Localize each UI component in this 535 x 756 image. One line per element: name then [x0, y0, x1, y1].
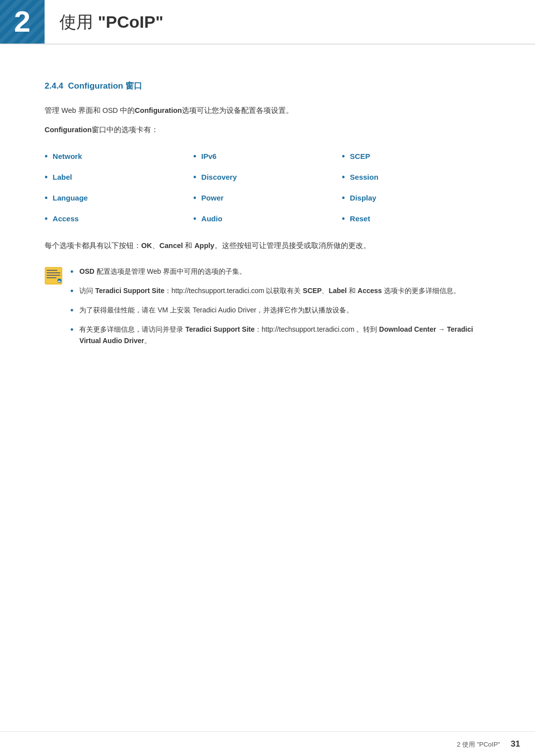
bullet-audio: •	[193, 214, 196, 223]
button-sep2: 和	[183, 242, 194, 250]
intro-line2-bold: Configuration	[45, 126, 92, 134]
chapter-number-block: 2	[0, 0, 45, 44]
note-icon: ✏	[45, 267, 62, 285]
note-section: ✏ • OSD 配置选项是管理 Web 界面中可用的选项的子集。 • 访问 Te…	[45, 266, 490, 347]
footer-label-text: 2 使用 "PCoIP"	[457, 741, 500, 748]
option-power-label: Power	[201, 192, 223, 204]
svg-rect-3	[47, 275, 60, 276]
option-access-label: Access	[53, 213, 79, 225]
option-scep: • SCEP	[342, 151, 490, 162]
options-col3: • SCEP • Session • Display • Reset	[342, 151, 490, 225]
button-info-suffix: 。这些按钮可让管理员接受或取消所做的更改。	[214, 242, 371, 250]
note4-bold1: Teradici Support Site	[185, 325, 255, 333]
note-bullet-3: •	[70, 306, 73, 316]
chapter-title: 使用 "PCoIP"	[59, 8, 163, 35]
note-bullet-2: •	[70, 287, 73, 297]
option-session: • Session	[342, 171, 490, 183]
footer-page-number: 31	[511, 739, 520, 749]
bullet-discovery: •	[193, 173, 196, 182]
options-col1: • Network • Label • Language • Access	[45, 151, 193, 225]
option-label: • Label	[45, 171, 193, 183]
page: 2 使用 "PCoIP" 2.4.4 Configuration 窗口 管理 W…	[0, 0, 535, 756]
options-col2: • IPv6 • Discovery • Power • Audio	[193, 151, 342, 225]
intro-line1-bold: Configuration	[135, 106, 182, 114]
intro-line2-suffix: 窗口中的选项卡有：	[92, 126, 159, 134]
option-display-label: Display	[350, 192, 376, 204]
intro-line1-prefix: 管理 Web 界面和 OSD 中的	[45, 106, 135, 114]
chapter-header: 2 使用 "PCoIP"	[0, 0, 535, 45]
options-grid: • Network • Label • Language • Access	[45, 151, 490, 225]
button-cancel: Cancel	[160, 242, 183, 250]
intro-line2: Configuration窗口中的选项卡有：	[45, 124, 490, 136]
footer-label: 2 使用 "PCoIP" 31	[457, 737, 520, 751]
option-language: • Language	[45, 192, 193, 204]
bullet-ipv6: •	[193, 152, 196, 161]
bullet-scep: •	[342, 152, 345, 161]
option-display: • Display	[342, 192, 490, 204]
content-area: 2.4.4 Configuration 窗口 管理 Web 界面和 OSD 中的…	[0, 45, 535, 387]
option-audio: • Audio	[193, 213, 342, 225]
chapter-title-brand: "PCoIP"	[98, 12, 163, 31]
button-info-prefix: 每个选项卡都具有以下按钮：	[45, 242, 141, 250]
note-text-3: 为了获得最佳性能，请在 VM 上安装 Teradici Audio Driver…	[79, 304, 490, 316]
option-reset-label: Reset	[350, 213, 370, 225]
option-discovery-label: Discovery	[201, 171, 237, 183]
svg-rect-1	[47, 270, 57, 271]
chapter-title-prefix: 使用	[59, 12, 98, 31]
chapter-number: 2	[14, 0, 30, 46]
bullet-reset: •	[342, 214, 345, 223]
section-number: 2.4.4	[45, 81, 63, 91]
bullet-display: •	[342, 194, 345, 202]
option-reset: • Reset	[342, 213, 490, 225]
button-ok: OK	[141, 242, 152, 250]
note-item-4: • 有关更多详细信息，请访问并登录 Teradici Support Site：…	[70, 324, 490, 347]
svg-rect-4	[47, 277, 56, 278]
note2-bold1: Teradici Support Site	[95, 287, 164, 295]
note1-bold: OSD	[79, 267, 94, 275]
note-item-2: • 访问 Teradici Support Site：http://techsu…	[70, 285, 490, 297]
svg-rect-2	[47, 272, 60, 273]
note2-bold2: SCEP	[303, 287, 321, 295]
bullet-network: •	[45, 152, 48, 161]
intro-line1-suffix: 选项可让您为设备配置各项设置。	[182, 106, 293, 114]
option-network: • Network	[45, 151, 193, 162]
option-session-label: Session	[350, 171, 378, 183]
option-ipv6-label: IPv6	[201, 151, 216, 162]
note4-bold2: Download Center	[379, 325, 436, 333]
note-item-3: • 为了获得最佳性能，请在 VM 上安装 Teradici Audio Driv…	[70, 304, 490, 316]
bullet-power: •	[193, 194, 196, 202]
page-footer: 2 使用 "PCoIP" 31	[0, 731, 535, 756]
note-bullet-4: •	[70, 325, 73, 347]
bullet-access: •	[45, 214, 48, 223]
option-ipv6: • IPv6	[193, 151, 342, 162]
option-access: • Access	[45, 213, 193, 225]
option-power: • Power	[193, 192, 342, 204]
note-text-2: 访问 Teradici Support Site：http://techsupp…	[79, 285, 490, 297]
bullet-label: •	[45, 173, 48, 182]
section-heading: 2.4.4 Configuration 窗口	[45, 79, 490, 93]
note-text-4: 有关更多详细信息，请访问并登录 Teradici Support Site：ht…	[79, 324, 490, 347]
section-title-en: Configuration	[68, 81, 123, 91]
bullet-session: •	[342, 173, 345, 182]
svg-text:✏: ✏	[58, 280, 61, 283]
intro-line1: 管理 Web 界面和 OSD 中的Configuration选项可让您为设备配置…	[45, 104, 490, 117]
option-scep-label: SCEP	[350, 151, 370, 162]
option-network-label: Network	[53, 151, 82, 162]
note-bullet-1: •	[70, 267, 73, 277]
option-language-label: Language	[53, 192, 88, 204]
option-audio-label: Audio	[201, 213, 222, 225]
section-title-cn: 窗口	[125, 81, 142, 91]
note-text-1: OSD 配置选项是管理 Web 界面中可用的选项的子集。	[79, 266, 490, 277]
option-discovery: • Discovery	[193, 171, 342, 183]
chapter-title-block: 使用 "PCoIP"	[45, 0, 163, 44]
note2-bold3: Label	[328, 287, 347, 295]
option-label-label: Label	[53, 171, 72, 183]
button-apply: Apply	[194, 242, 214, 250]
note-item-1: • OSD 配置选项是管理 Web 界面中可用的选项的子集。	[70, 266, 490, 277]
button-info: 每个选项卡都具有以下按钮：OK、Cancel 和 Apply。这些按钮可让管理员…	[45, 240, 490, 252]
note2-bold4: Access	[358, 287, 382, 295]
button-sep1: 、	[152, 242, 160, 250]
note-items: • OSD 配置选项是管理 Web 界面中可用的选项的子集。 • 访问 Tera…	[70, 266, 490, 347]
bullet-language: •	[45, 194, 48, 202]
